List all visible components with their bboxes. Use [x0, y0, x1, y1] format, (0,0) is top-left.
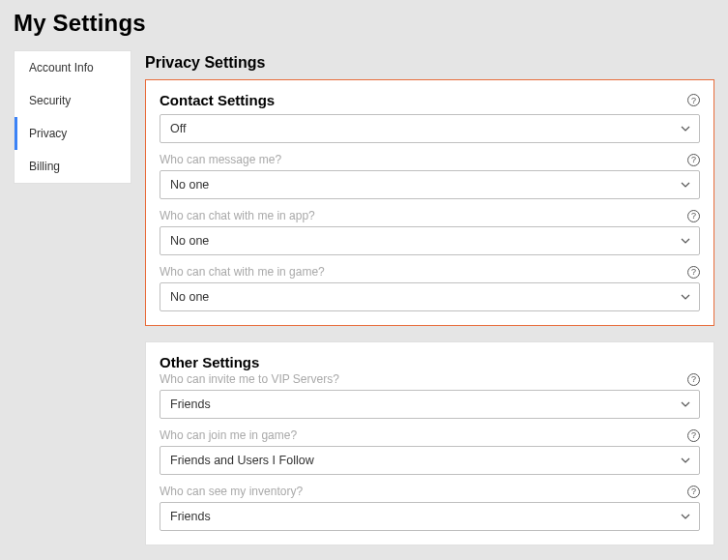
page-title: My Settings	[14, 10, 714, 37]
sidebar-item-billing[interactable]: Billing	[15, 150, 131, 183]
section-title: Privacy Settings	[145, 54, 714, 72]
field-label: Who can join me in game?	[160, 428, 297, 442]
field-row-chat-game: Who can chat with me in game? ?	[160, 265, 700, 279]
field-row-chat-app: Who can chat with me in app? ?	[160, 209, 700, 222]
select-value: No one	[170, 234, 209, 248]
chat-game-select[interactable]: No one	[160, 282, 700, 311]
help-icon[interactable]: ?	[687, 210, 700, 222]
help-icon[interactable]: ?	[687, 373, 700, 386]
join-game-select[interactable]: Friends and Users I Follow	[160, 446, 700, 475]
select-value: No one	[170, 178, 209, 192]
help-icon[interactable]: ?	[687, 486, 700, 498]
help-icon[interactable]: ?	[687, 266, 700, 279]
field-label: Who can invite me to VIP Servers?	[160, 372, 339, 386]
inventory-select[interactable]: Friends	[160, 502, 700, 531]
contact-settings-header: Contact Settings ?	[160, 92, 700, 108]
field-label: Who can chat with me in game?	[160, 265, 325, 279]
help-icon[interactable]: ?	[687, 94, 700, 106]
select-value: Friends	[170, 510, 211, 523]
contact-settings-main-select[interactable]: Off	[160, 114, 700, 143]
other-settings-title: Other Settings	[160, 354, 259, 370]
sidebar-item-security[interactable]: Security	[15, 84, 131, 117]
other-settings-panel: Other Settings Who can invite me to VIP …	[145, 341, 714, 545]
select-value: Friends	[170, 398, 211, 411]
field-label: Who can chat with me in app?	[160, 209, 315, 222]
sidebar: Account Info Security Privacy Billing	[14, 50, 131, 184]
chat-app-select[interactable]: No one	[160, 226, 700, 255]
message-select[interactable]: No one	[160, 170, 700, 199]
contact-settings-title: Contact Settings	[160, 92, 275, 108]
field-label: Who can see my inventory?	[160, 485, 303, 498]
field-row-vip: Who can invite me to VIP Servers? ?	[160, 372, 700, 386]
select-value: Off	[170, 122, 186, 135]
other-settings-header: Other Settings	[160, 354, 700, 370]
layout: Account Info Security Privacy Billing Pr…	[14, 50, 714, 560]
select-value: Friends and Users I Follow	[170, 454, 314, 467]
main-content: Privacy Settings Contact Settings ? Off	[145, 50, 714, 560]
field-row-inventory: Who can see my inventory? ?	[160, 485, 700, 498]
contact-settings-panel: Contact Settings ? Off Who can message m…	[145, 79, 714, 326]
field-row-join-game: Who can join me in game? ?	[160, 428, 700, 442]
vip-select[interactable]: Friends	[160, 390, 700, 419]
sidebar-item-account-info[interactable]: Account Info	[15, 51, 131, 84]
help-icon[interactable]: ?	[687, 429, 700, 442]
select-value: No one	[170, 290, 209, 304]
field-row-message: Who can message me? ?	[160, 153, 700, 166]
field-label: Who can message me?	[160, 153, 281, 166]
sidebar-item-privacy[interactable]: Privacy	[15, 117, 131, 150]
help-icon[interactable]: ?	[687, 154, 700, 166]
